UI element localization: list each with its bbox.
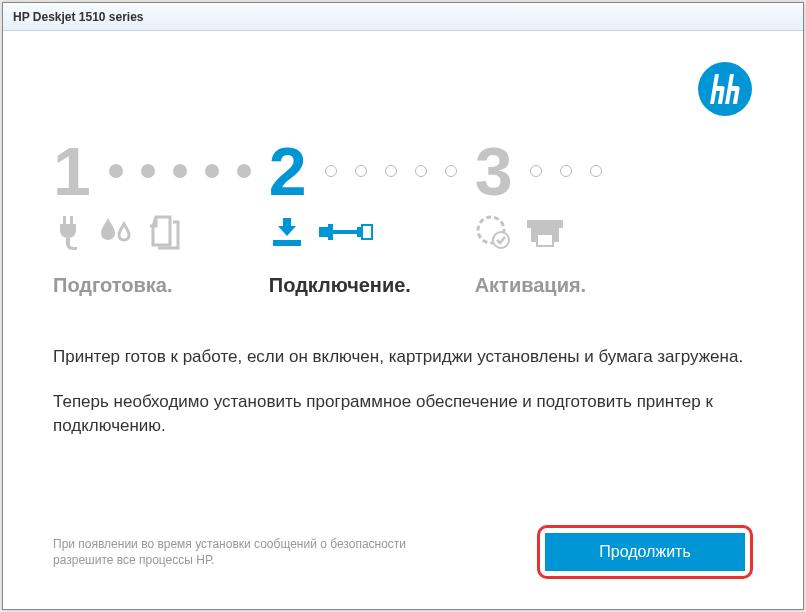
step-indicator: 1	[53, 136, 753, 297]
progress-dot-icon	[590, 165, 602, 177]
progress-dot-icon	[560, 165, 572, 177]
progress-dot-icon	[385, 165, 397, 177]
paragraph-1: Принтер готов к работе, если он включен,…	[53, 345, 753, 370]
step-2-label: Подключение.	[269, 274, 475, 297]
progress-dot-icon	[415, 165, 427, 177]
paper-icon	[147, 214, 181, 254]
hp-logo	[697, 61, 753, 121]
progress-dot-icon	[445, 165, 457, 177]
svg-rect-5	[362, 225, 372, 239]
progress-dot-icon	[173, 164, 187, 178]
step-1: 1	[53, 136, 269, 297]
step-2-number: 2	[269, 137, 307, 205]
svg-rect-1	[319, 227, 329, 237]
content-area: 1	[3, 31, 803, 609]
step-3-dots	[530, 165, 602, 177]
step-2-dots	[325, 165, 457, 177]
install-icon	[269, 214, 305, 254]
body-text: Принтер готов к работе, если он включен,…	[53, 345, 753, 439]
plug-icon	[53, 214, 83, 254]
step-3: 3	[475, 136, 621, 297]
progress-dot-icon	[237, 164, 251, 178]
continue-highlight: Продолжить	[537, 525, 753, 579]
globe-check-icon	[475, 214, 511, 254]
step-1-dots	[109, 164, 251, 178]
progress-dot-icon	[109, 164, 123, 178]
footer: При появлении во время установки сообщен…	[53, 525, 753, 579]
ink-drops-icon	[97, 214, 133, 254]
printer-icon	[525, 214, 565, 254]
paragraph-2: Теперь необходимо установить программное…	[53, 390, 753, 439]
titlebar[interactable]: HP Deskjet 1510 series	[3, 3, 803, 31]
progress-dot-icon	[355, 165, 367, 177]
step-1-label: Подготовка.	[53, 274, 269, 297]
svg-rect-3	[332, 230, 358, 234]
progress-dot-icon	[325, 165, 337, 177]
installer-window: HP Deskjet 1510 series 1	[2, 2, 804, 610]
progress-dot-icon	[141, 164, 155, 178]
step-3-number: 3	[475, 137, 513, 205]
security-hint: При появлении во время установки сообщен…	[53, 536, 433, 568]
window-title: HP Deskjet 1510 series	[13, 10, 144, 24]
svg-point-0	[698, 62, 752, 116]
svg-rect-10	[537, 234, 553, 246]
svg-rect-8	[527, 220, 563, 228]
step-2: 2	[269, 136, 475, 297]
progress-dot-icon	[205, 164, 219, 178]
progress-dot-icon	[530, 165, 542, 177]
usb-cable-icon	[319, 222, 375, 246]
step-3-label: Активация.	[475, 274, 621, 297]
continue-button[interactable]: Продолжить	[545, 533, 745, 571]
step-1-number: 1	[53, 137, 91, 205]
